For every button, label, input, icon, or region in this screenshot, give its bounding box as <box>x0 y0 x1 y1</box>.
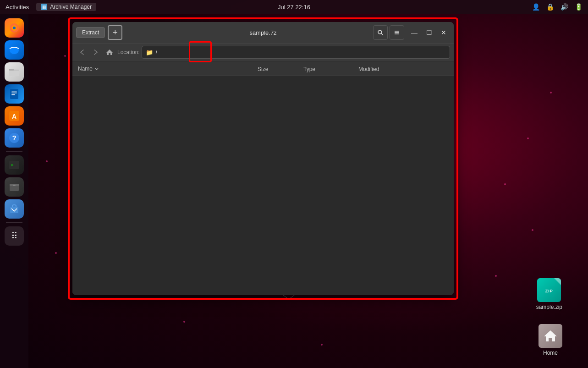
svg-rect-18 <box>13 185 16 186</box>
svg-line-21 <box>381 33 383 35</box>
svg-text:?: ? <box>12 134 16 142</box>
house-icon <box>544 329 557 343</box>
home-folder-icon <box>539 324 562 348</box>
wm-controls: — ☐ ✕ <box>407 26 450 39</box>
column-type[interactable]: Type <box>303 65 358 73</box>
decor-dot <box>64 55 66 57</box>
app-tab-icon: ▦ <box>41 4 47 10</box>
filelist-body[interactable] <box>72 76 454 295</box>
dock-item-firefox[interactable] <box>5 18 24 38</box>
menu-button[interactable] <box>390 25 404 40</box>
dock-apps-grid[interactable]: ⠿ <box>5 226 24 246</box>
location-label: Location: <box>117 49 140 55</box>
svg-point-20 <box>378 30 382 34</box>
decor-dot <box>55 252 57 254</box>
titlebar-actions <box>373 25 404 40</box>
dock-item-help[interactable]: ? <box>5 128 24 148</box>
forward-icon <box>93 49 98 55</box>
svg-point-2 <box>13 27 16 29</box>
topbar: Activities ▦ Archive Manager Jul 27 22:1… <box>0 0 588 14</box>
decor-dot <box>183 321 185 323</box>
decor-dot <box>504 183 506 185</box>
filelist: Name Size Type Modified <box>72 61 454 295</box>
decor-dot <box>495 275 497 277</box>
column-size[interactable]: Size <box>258 65 303 73</box>
dock: A ? >_ ⠿ <box>0 14 28 368</box>
dock-separator <box>6 151 22 152</box>
dock-item-thunderbird[interactable] <box>5 40 24 60</box>
decor-dot <box>527 137 529 139</box>
decor-dot <box>532 229 533 231</box>
decor-dot <box>550 92 552 93</box>
person-icon: 👤 <box>532 3 540 11</box>
desktop-icon-sample-zip[interactable]: ZIP sample.zip <box>533 275 565 313</box>
folder-icon: 📁 <box>146 49 153 56</box>
search-button[interactable] <box>373 25 388 40</box>
dock-item-appstore[interactable]: A <box>5 106 24 126</box>
svg-rect-7 <box>11 91 17 92</box>
dock-item-files[interactable] <box>5 62 24 82</box>
desktop-icon-home[interactable]: Home <box>536 321 565 359</box>
forward-button[interactable] <box>90 46 102 58</box>
maximize-button[interactable]: ☐ <box>423 26 435 39</box>
app-tab[interactable]: ▦ Archive Manager <box>36 3 96 11</box>
search-icon <box>377 29 384 36</box>
svg-text:>_: >_ <box>11 163 16 167</box>
filelist-header: Name Size Type Modified <box>72 61 454 76</box>
volume-icon: 🔊 <box>561 3 568 11</box>
minimize-button[interactable]: — <box>408 26 421 39</box>
window-title: sample.7z <box>249 29 276 36</box>
home-icon <box>106 49 113 56</box>
svg-rect-19 <box>10 207 18 213</box>
locationbar: Location: 📁 / <box>72 43 454 61</box>
back-button[interactable] <box>76 46 88 58</box>
app-tab-label: Archive Manager <box>50 4 92 10</box>
svg-rect-6 <box>10 89 18 99</box>
svg-text:A: A <box>12 113 16 120</box>
dock-item-terminal[interactable]: >_ <box>5 155 24 175</box>
zip-icon-label: sample.zip <box>536 304 562 310</box>
back-icon <box>80 49 84 55</box>
dock-item-archive[interactable] <box>5 177 24 197</box>
decor-dot <box>46 160 48 162</box>
battery-icon: 🔋 <box>575 3 583 11</box>
home-icon-label: Home <box>543 350 558 356</box>
svg-rect-9 <box>11 94 15 95</box>
topbar-datetime: Jul 27 22:16 <box>278 4 310 11</box>
location-input[interactable]: 📁 / <box>142 46 450 59</box>
wifi-icon: 🔒 <box>546 3 554 11</box>
topbar-left: Activities ▦ Archive Manager <box>5 3 96 11</box>
close-button[interactable]: ✕ <box>437 26 450 39</box>
dock-item-recycle[interactable] <box>5 199 24 219</box>
activities-button[interactable]: Activities <box>5 4 29 11</box>
home-nav-button[interactable] <box>104 46 115 58</box>
location-path: / <box>156 49 157 55</box>
dock-separator-2 <box>6 222 22 223</box>
extract-button[interactable]: Extract <box>76 27 105 38</box>
svg-rect-8 <box>11 93 17 93</box>
column-name[interactable]: Name <box>78 66 258 72</box>
column-modified[interactable]: Modified <box>358 65 448 73</box>
svg-rect-5 <box>9 69 14 71</box>
hamburger-icon <box>394 29 400 36</box>
dock-item-writer[interactable] <box>5 84 24 104</box>
topbar-right: 👤 🔒 🔊 🔋 <box>532 3 583 11</box>
decor-dot <box>321 344 323 346</box>
app-window: Extract + sample.7z — ☐ ✕ <box>72 22 454 295</box>
titlebar: Extract + sample.7z — ☐ ✕ <box>72 22 454 43</box>
zip-icon: ZIP <box>537 278 561 302</box>
add-files-button[interactable]: + <box>108 25 122 40</box>
sort-icon <box>94 66 99 71</box>
